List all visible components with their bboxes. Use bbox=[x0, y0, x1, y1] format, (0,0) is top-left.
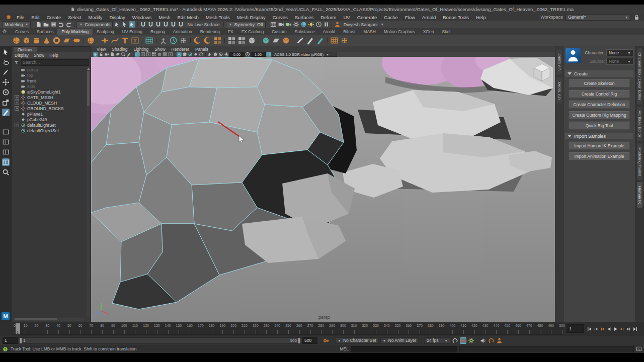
paint-select-tool[interactable] bbox=[2, 68, 10, 76]
menu-curves[interactable]: Curves bbox=[269, 15, 291, 20]
poly-cube-icon[interactable] bbox=[22, 36, 31, 45]
poly-sphere-icon[interactable] bbox=[12, 36, 21, 45]
mel-label[interactable]: MEL bbox=[340, 346, 349, 351]
outliner-item-GATE_MESH[interactable]: +GATE_MESH bbox=[12, 95, 87, 100]
ao-icon[interactable] bbox=[188, 52, 193, 57]
tab-uv-editor[interactable]: UV Editor bbox=[556, 49, 562, 74]
two-d-pan-zoom-icon[interactable] bbox=[121, 52, 126, 57]
poly-disc-icon[interactable] bbox=[72, 36, 81, 45]
scroll-up-icon[interactable] bbox=[87, 68, 90, 70]
curve-warp-icon[interactable] bbox=[111, 36, 119, 45]
menu-mesh[interactable]: Mesh bbox=[155, 15, 174, 20]
viewport-menu-panels[interactable]: Panels bbox=[193, 47, 211, 52]
playback-end-field[interactable]: 500 bbox=[302, 337, 317, 344]
outliner-item-front[interactable]: front bbox=[12, 78, 87, 83]
symmetry-dropdown[interactable]: ▼Symmetry: Off bbox=[226, 21, 265, 28]
shelf-tab-custom[interactable]: Custom bbox=[268, 29, 290, 35]
menu-edit[interactable]: Edit bbox=[28, 15, 43, 20]
outliner-search-input[interactable] bbox=[21, 59, 89, 66]
shelf-tab-motion-graphics[interactable]: Motion Graphics bbox=[380, 29, 419, 35]
construction-aim-icon[interactable] bbox=[159, 36, 168, 45]
shelf-tab-substance[interactable]: Substance bbox=[290, 29, 318, 35]
expand-icon[interactable]: + bbox=[15, 95, 19, 100]
bevel-icon[interactable] bbox=[262, 36, 270, 45]
home-icon[interactable] bbox=[6, 15, 11, 20]
create-character-definition-button[interactable]: Create Character Definition bbox=[569, 100, 630, 109]
lock-icon[interactable] bbox=[633, 14, 640, 21]
shelf-tab-rigging[interactable]: Rigging bbox=[146, 29, 169, 35]
menu-flow[interactable]: Flow bbox=[401, 15, 419, 20]
viewport-menu-lighting[interactable]: Lighting bbox=[131, 47, 151, 52]
color-management-icon[interactable] bbox=[266, 52, 271, 57]
select-object-icon[interactable] bbox=[121, 21, 128, 28]
separate-icon[interactable] bbox=[237, 36, 246, 45]
viewport-menu-view[interactable]: View bbox=[94, 47, 108, 52]
select-camera-icon[interactable] bbox=[93, 52, 98, 57]
xray-icon[interactable] bbox=[213, 52, 218, 57]
auto-keyframe-icon[interactable] bbox=[460, 337, 466, 344]
sculpt-tool-icon[interactable] bbox=[340, 36, 349, 45]
camera-attributes-icon[interactable] bbox=[104, 52, 109, 57]
poly-torus-icon[interactable] bbox=[52, 36, 61, 45]
play-forwards-button[interactable] bbox=[613, 326, 618, 332]
go-to-start-button[interactable] bbox=[587, 326, 592, 332]
character-menu-icon[interactable] bbox=[496, 337, 503, 344]
exposure-icon[interactable] bbox=[224, 52, 229, 57]
step-back-frame-button[interactable] bbox=[593, 326, 599, 332]
subdiv-proxy-icon[interactable] bbox=[203, 36, 212, 45]
snap-projected-center-icon[interactable] bbox=[163, 21, 169, 28]
poly-cylinder-icon[interactable] bbox=[32, 36, 41, 45]
expand-icon[interactable]: + bbox=[15, 123, 19, 127]
range-end-handle[interactable] bbox=[298, 338, 300, 343]
menu-edit-mesh[interactable]: Edit Mesh bbox=[174, 15, 202, 20]
bridge-icon[interactable] bbox=[272, 36, 280, 45]
poly-cone-icon[interactable] bbox=[42, 36, 51, 45]
viewport-menu-shading[interactable]: Shading bbox=[109, 47, 130, 52]
poly-text-icon[interactable] bbox=[121, 36, 129, 45]
quick-rig-tool-button[interactable]: Quick Rig Tool bbox=[569, 121, 630, 130]
shelf-tab-xgen[interactable]: XGen bbox=[419, 29, 438, 35]
type-tool-icon[interactable] bbox=[131, 36, 139, 45]
mute-audio-icon[interactable] bbox=[480, 337, 487, 344]
menu-help[interactable]: Help bbox=[472, 15, 490, 20]
connect-icon[interactable] bbox=[306, 36, 314, 45]
outliner-item-defaultObjectSet[interactable]: defaultObjectSet bbox=[12, 128, 87, 133]
safe-action-icon[interactable] bbox=[163, 52, 168, 57]
tab-channel-box-layer-editor[interactable]: Channel Box / Layer Editor bbox=[637, 48, 642, 105]
shelf-tab-uv-editing[interactable]: UV Editing bbox=[118, 29, 146, 35]
humanik-character-icon[interactable] bbox=[566, 48, 581, 63]
layout-single-pane[interactable] bbox=[2, 128, 10, 136]
motion-blur-icon[interactable] bbox=[199, 52, 204, 57]
animation-preferences-icon[interactable] bbox=[468, 337, 474, 344]
image-plane-icon[interactable] bbox=[115, 52, 120, 57]
outliner-menu-help[interactable]: Help bbox=[49, 53, 58, 58]
playback-loop-icon[interactable] bbox=[452, 337, 458, 344]
outliner-menu-show[interactable]: Show bbox=[34, 53, 44, 58]
layout-two-pane[interactable] bbox=[2, 148, 10, 156]
shelf-tab-rendering[interactable]: Rendering bbox=[196, 29, 224, 35]
tab-attribute-editor[interactable]: Attribute Editor bbox=[637, 107, 642, 141]
resolution-gate-icon[interactable] bbox=[146, 52, 151, 57]
combine-icon[interactable] bbox=[227, 36, 236, 45]
section-import-samples[interactable]: Import Samples bbox=[565, 133, 633, 139]
multi-cut-icon[interactable] bbox=[296, 36, 304, 45]
signed-in-user[interactable]: Divyesh Sangani bbox=[342, 22, 380, 27]
outliner-item-persp[interactable]: persp bbox=[12, 67, 87, 72]
rotate-tool[interactable] bbox=[2, 88, 10, 96]
color-space-dropdown[interactable]: ACES 1.0 SDR-video (sRGB)▼ bbox=[272, 52, 337, 57]
outliner-item-GROUND_ROCKS[interactable]: +GROUND_ROCKS bbox=[12, 106, 87, 111]
smooth-mesh-preview-icon[interactable] bbox=[330, 36, 339, 45]
section-create[interactable]: Create bbox=[565, 70, 633, 77]
move-tool[interactable] bbox=[2, 78, 10, 86]
mirror-icon[interactable] bbox=[213, 36, 222, 45]
script-editor-icon[interactable] bbox=[636, 346, 642, 352]
shelf-gear-icon[interactable] bbox=[2, 29, 7, 34]
platonic-solid-icon[interactable] bbox=[87, 36, 95, 45]
wireframe-on-shaded-icon[interactable] bbox=[218, 52, 223, 57]
shelf-tab-surfaces[interactable]: Surfaces bbox=[33, 29, 58, 35]
create-control-rig-button[interactable]: Create Control Rig bbox=[569, 89, 630, 98]
import-animation-example-button[interactable]: Import Animation Example bbox=[569, 152, 630, 160]
create-custom-rig-mapping-button[interactable]: Create Custom Rig Mapping bbox=[569, 111, 630, 119]
shelf-tab-skel[interactable]: Skel bbox=[438, 29, 455, 35]
render-settings-icon[interactable] bbox=[293, 21, 299, 28]
